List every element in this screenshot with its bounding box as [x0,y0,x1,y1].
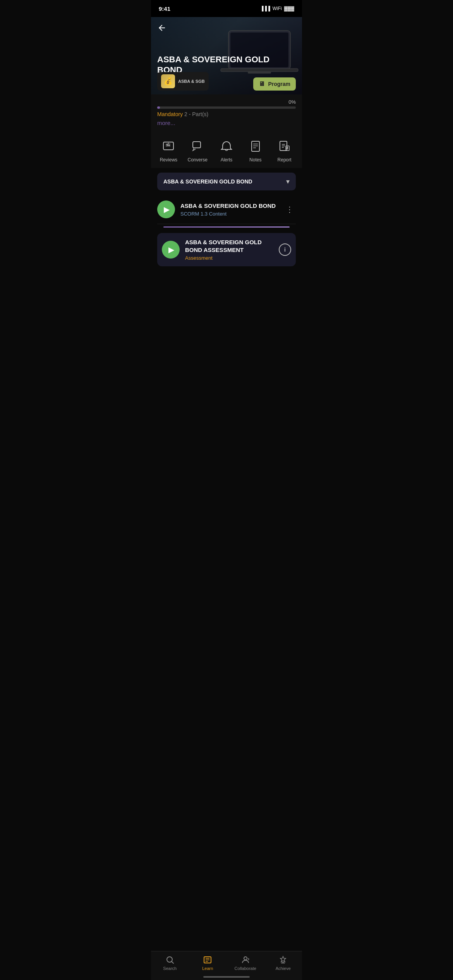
action-reviews[interactable]: Reviews [157,138,180,163]
back-button[interactable] [157,23,166,35]
action-row: Reviews Converse Alerts [151,134,302,168]
hero-badge: 💰 ASBA & SGB [157,72,209,91]
progress-section: 0% Mandatory 2 - Part(s) more... [151,94,302,134]
parts-label: 2 - Part(s) [184,111,208,117]
action-converse[interactable]: Converse [186,138,209,163]
svg-rect-7 [252,141,259,151]
reviews-icon-wrap [160,138,177,155]
alerts-icon [220,140,233,153]
content-item-2[interactable]: ▶ ASBA & SOVEREIGN GOLD BOND ASSESSMENT … [157,233,296,266]
action-converse-label: Converse [188,157,208,163]
program-button[interactable]: 🖥 Program [253,77,296,91]
status-time: 9:41 [159,5,170,12]
action-alerts-label: Alerts [221,157,233,163]
svg-rect-6 [193,142,201,148]
alerts-icon-wrap [218,138,235,155]
battery-icon: ▓▓▓ [284,6,294,11]
main-content: 0% Mandatory 2 - Part(s) more... Reviews [151,94,302,303]
program-button-icon: 🖥 [259,81,265,87]
converse-icon-wrap [189,138,206,155]
wifi-icon: WiFi [273,6,282,11]
content-divider [163,226,290,228]
badge-gold-icon: 💰 [161,74,175,88]
notes-icon [249,140,262,153]
progress-percentage: 0% [288,99,296,105]
report-icon [278,140,291,153]
course-dropdown[interactable]: ASBA & SOVEREIGN GOLD BOND ▾ [157,173,296,190]
content-title-1: ASBA & SOVEREIGN GOLD BOND [180,202,278,210]
status-icons: ▐▐▐ WiFi ▓▓▓ [260,6,294,11]
content-subtitle-1: SCORM 1.3 Content [180,211,278,217]
content-item-1[interactable]: ▶ ASBA & SOVEREIGN GOLD BOND SCORM 1.3 C… [157,195,296,224]
report-icon-wrap [276,138,293,155]
content-subtitle-2: Assessment [185,255,273,261]
action-reviews-label: Reviews [160,157,177,163]
notes-icon-wrap [247,138,264,155]
course-dropdown-title: ASBA & SOVEREIGN GOLD BOND [163,178,252,185]
content-more-button-1[interactable]: ⋮ [283,203,296,216]
badge-label: ASBA & SGB [178,79,205,84]
more-button[interactable]: more... [157,120,296,126]
content-info-button-2[interactable]: i [279,243,291,256]
progress-bar-track [157,106,296,109]
program-button-label: Program [268,81,290,87]
action-notes-label: Notes [249,157,261,163]
content-list: ▶ ASBA & SOVEREIGN GOLD BOND SCORM 1.3 C… [151,195,302,268]
action-alerts[interactable]: Alerts [215,138,238,163]
action-notes[interactable]: Notes [244,138,267,163]
content-info-2: ASBA & SOVEREIGN GOLD BOND ASSESSMENT As… [185,238,273,261]
reviews-icon [162,140,175,153]
play-button-1[interactable]: ▶ [157,200,175,218]
progress-bar-fill [157,106,160,109]
play-button-2[interactable]: ▶ [162,241,180,259]
hero-laptop-image [217,23,302,85]
content-info-1: ASBA & SOVEREIGN GOLD BOND SCORM 1.3 Con… [180,202,278,217]
signal-icon: ▐▐▐ [260,6,270,11]
play-icon-2: ▶ [168,245,174,254]
play-icon-1: ▶ [164,205,170,214]
status-bar: 9:41 ▐▐▐ WiFi ▓▓▓ [151,0,302,17]
converse-icon [191,140,204,153]
hero-section: ASBA & SOVEREIGN GOLD BOND 💰 ASBA & SGB … [151,17,302,94]
content-title-2: ASBA & SOVEREIGN GOLD BOND ASSESSMENT [185,238,273,254]
dropdown-arrow-icon: ▾ [286,177,290,186]
action-report-label: Report [278,157,292,163]
action-report[interactable]: Report [273,138,296,163]
mandatory-text: Mandatory 2 - Part(s) [157,111,296,117]
mandatory-label: Mandatory [157,111,183,117]
